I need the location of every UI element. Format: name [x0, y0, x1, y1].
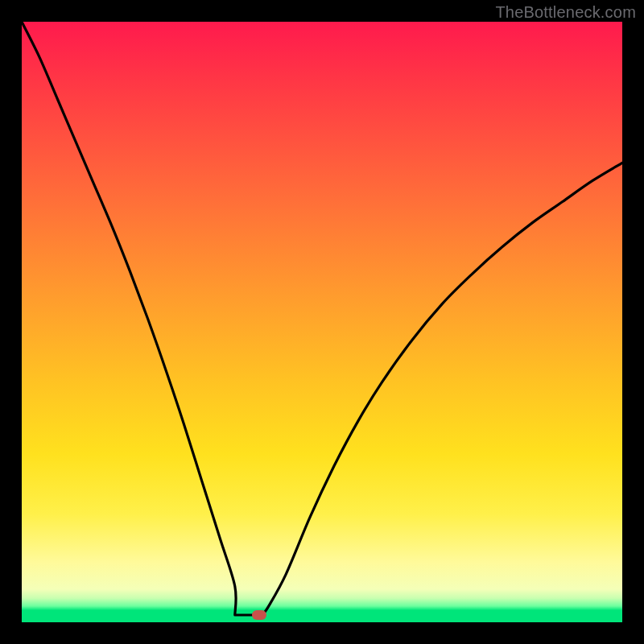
watermark-text: TheBottleneck.com — [495, 3, 636, 22]
plot-area — [22, 22, 622, 622]
bottleneck-curve — [22, 22, 622, 622]
optimal-point-marker — [252, 610, 266, 620]
chart-frame: TheBottleneck.com — [0, 0, 644, 644]
